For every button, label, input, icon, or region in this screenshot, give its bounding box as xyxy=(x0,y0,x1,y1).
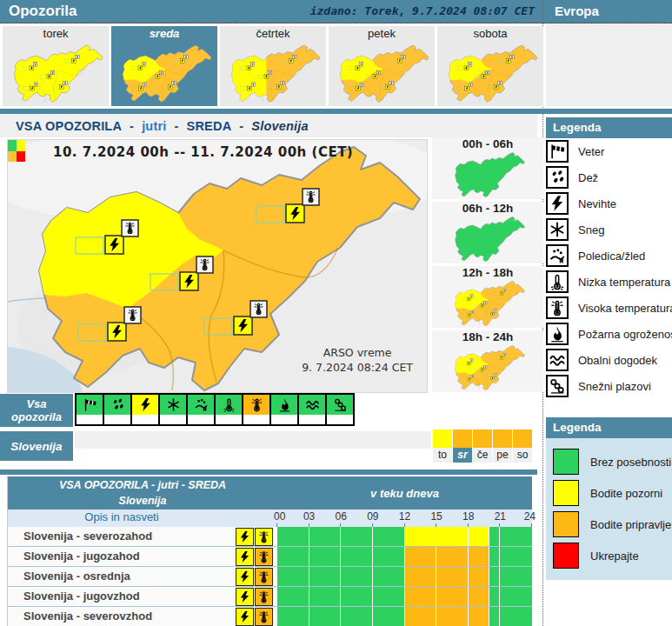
section-title-day: SREDA xyxy=(187,119,232,133)
poledica-icon xyxy=(549,247,566,264)
legend-item-label: Visoka temperatura xyxy=(578,302,672,315)
level-color-swatch xyxy=(553,480,579,506)
nizka-icon xyxy=(222,397,236,412)
region-link[interactable]: Slovenija - osrednja xyxy=(8,567,236,586)
timeline-cell-20h-21h xyxy=(489,527,500,546)
level-item-orange: Bodite pripravljeni xyxy=(553,509,672,540)
obalni-icon xyxy=(305,397,320,412)
poledica-icon xyxy=(194,397,209,412)
tab-day-četrtek[interactable]: četrtek xyxy=(220,26,326,106)
visoka-icon xyxy=(257,610,270,623)
timeline-cell-21h-24h xyxy=(500,567,532,586)
tab-day-petek[interactable]: petek xyxy=(329,26,435,106)
region-link[interactable]: Slovenija - severovzhod xyxy=(8,607,236,626)
legend-item-veter: Veter xyxy=(546,138,672,164)
warning-cell-nevihte xyxy=(132,395,160,424)
sneg-icon xyxy=(546,218,569,241)
time-period-00h-06h: 00h - 06h xyxy=(432,137,543,199)
timeline-cell-9h-12h xyxy=(373,567,405,586)
legend-item-nevihte: Nevihte xyxy=(546,190,672,216)
timeline-cell-12h-15h xyxy=(405,567,437,586)
tab-evropa[interactable]: Evropa xyxy=(555,3,599,18)
warnings-table: VSA OPOZORILA - jutri - SREDA Slovenija … xyxy=(7,476,532,626)
day-cell-so[interactable]: so xyxy=(513,430,532,463)
plazovi-icon xyxy=(327,395,353,415)
tab-day-label: sobota xyxy=(437,26,543,42)
nevihte-icon xyxy=(236,608,254,626)
hour-label-00: 00 xyxy=(274,510,285,523)
visoka-icon xyxy=(255,528,273,546)
plazovi-icon xyxy=(333,397,348,412)
pozarna-icon xyxy=(549,325,566,343)
day-cell-to[interactable]: to xyxy=(433,430,452,463)
timeline-cell-0h-3h xyxy=(277,587,309,606)
page-title: Opozorila xyxy=(9,3,77,20)
day-cell-sr[interactable]: sr xyxy=(453,430,472,463)
timeline-cell-12h-15h xyxy=(405,607,437,626)
dez-icon xyxy=(110,397,125,412)
slovenia-row-label: Slovenija xyxy=(0,431,73,461)
period-map xyxy=(444,216,531,262)
timeline-cell-20h-21h xyxy=(489,547,500,566)
tab-day-torek[interactable]: torek xyxy=(3,26,109,106)
visoka-icon xyxy=(257,530,270,543)
warning-cell-visoka xyxy=(243,395,271,424)
nizka-icon xyxy=(216,395,242,415)
day-level-box xyxy=(453,430,472,448)
visoka-icon xyxy=(257,550,270,563)
level-label: Bodite pripravljeni xyxy=(590,518,672,531)
hour-label-18: 18 xyxy=(462,510,474,523)
day-cell-če[interactable]: če xyxy=(473,430,492,463)
day-selector: tosrčepeso xyxy=(433,430,532,463)
legend-title-2: Legenda xyxy=(546,417,672,438)
visoka-icon xyxy=(257,590,270,603)
warnings-table-subheader: Opis in nasveti 000306091215182124 xyxy=(8,509,532,527)
time-period-12h-18h: 12h - 18h xyxy=(432,266,543,328)
region-link[interactable]: Slovenija - jugozahod xyxy=(8,547,236,566)
region-link[interactable]: Slovenija - severozahod xyxy=(8,527,236,546)
timeline-cell-0h-3h xyxy=(277,527,309,546)
timeline xyxy=(277,527,532,546)
evropa-tab-panel[interactable] xyxy=(546,23,672,106)
plazovi-icon xyxy=(549,377,566,395)
warning-cell-veter xyxy=(77,395,104,424)
timeline-cell-6h-9h xyxy=(341,607,373,626)
region-link[interactable]: Slovenija - jugovzhod xyxy=(8,587,236,606)
visoka-icon xyxy=(250,397,264,412)
visoka-icon xyxy=(255,588,273,606)
timeline-cell-3h-6h xyxy=(309,527,342,546)
sneg-icon xyxy=(549,221,566,238)
timeline-cell-9h-12h xyxy=(373,547,405,566)
tab-day-sreda[interactable]: sreda xyxy=(111,26,217,106)
nevihte-icon xyxy=(236,568,254,586)
warning-cell-nizka xyxy=(216,395,243,424)
day-cell-pe[interactable]: pe xyxy=(493,430,512,463)
timeline-cell-9h-12h xyxy=(373,527,405,546)
timeline xyxy=(277,567,532,586)
time-period-06h-12h: 06h - 12h xyxy=(432,202,543,263)
legend-item-label: Nevihte xyxy=(578,197,616,210)
issued-timestamp: izdano: Torek, 9.7.2024 08:07 CET xyxy=(310,4,535,17)
nevihte-icon xyxy=(549,195,566,212)
map-valid-range: 10. 7.2024 00h -- 11. 7.2024 00h (CET) xyxy=(53,144,353,160)
section-title-day-rel: jutri xyxy=(142,119,166,133)
tab-day-sobota[interactable]: sobota xyxy=(437,26,543,106)
slovenia-row-track xyxy=(75,431,431,449)
timeline-cell-0h-3h xyxy=(277,607,309,626)
hour-tick xyxy=(531,523,532,527)
timeline-cell-12h-15h xyxy=(405,527,437,546)
tab-map-torek xyxy=(7,43,104,103)
legend-item-label: Požarna ogroženost xyxy=(578,328,672,341)
visoka-icon xyxy=(255,548,273,566)
hour-tick xyxy=(340,523,341,527)
veter-icon xyxy=(549,143,566,160)
desc-column-header: Opis in nasveti xyxy=(8,509,236,527)
legend-item-label: Obalni dogodek xyxy=(578,354,657,367)
table-row: Slovenija - osrednja xyxy=(8,567,532,587)
nevihte-icon xyxy=(238,530,251,543)
level-item-red: Ukrepajte xyxy=(553,540,672,571)
tab-day-label: sreda xyxy=(111,26,217,42)
timeline-cell-21h-24h xyxy=(500,587,532,606)
nizka-icon xyxy=(546,270,569,293)
hour-tick xyxy=(309,523,309,527)
